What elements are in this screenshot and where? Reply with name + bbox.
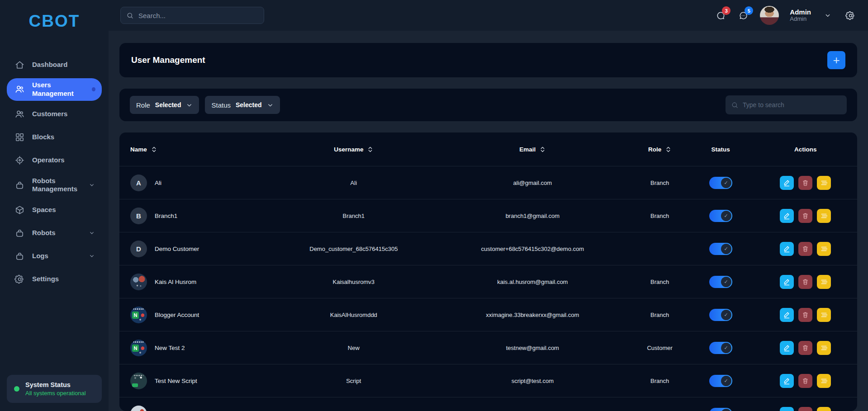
table-row: D Demo Customer Demo_customer_68c576415c… <box>119 232 857 265</box>
table-search-input[interactable] <box>743 101 841 109</box>
user-name-cell: New Test 2 <box>155 345 185 351</box>
sidebar: CBOT Dashboard Users Management Customer… <box>0 0 109 411</box>
delete-button[interactable] <box>798 374 812 388</box>
toggle-knob <box>721 376 731 386</box>
delete-button[interactable] <box>798 308 812 322</box>
list-icon <box>820 245 828 253</box>
delete-button[interactable] <box>798 407 812 411</box>
user-info: Admin Admin <box>790 8 811 23</box>
add-user-button[interactable]: + <box>827 51 845 69</box>
role-filter-dropdown[interactable]: Role Selected <box>130 96 199 114</box>
edit-button[interactable] <box>780 341 794 355</box>
edit-button[interactable] <box>780 176 794 190</box>
user-name-cell: Demo Customer <box>155 246 199 252</box>
gear-icon <box>845 10 856 21</box>
system-status-title: System Status <box>25 381 86 388</box>
sort-icon[interactable] <box>151 146 157 153</box>
app-logo[interactable]: CBOT <box>29 12 80 31</box>
column-header-role: Role <box>632 146 688 153</box>
username-cell: Kaisalhusromv3 <box>275 279 433 285</box>
table-search <box>726 95 847 114</box>
table-row: Kais Al Husrom Kaisalhusromv3 kais.al.hu… <box>119 265 857 298</box>
trash-icon <box>802 278 809 286</box>
delete-button[interactable] <box>798 209 812 223</box>
sidebar-item-operators[interactable]: Operators <box>7 151 102 170</box>
trash-icon <box>802 311 809 319</box>
toggle-knob <box>721 244 731 254</box>
delete-button[interactable] <box>798 242 812 256</box>
table-row: A Ali Ali ali@gmail.com Branch <box>119 166 857 199</box>
username-cell: Demo_customer_68c576415c305 <box>275 246 433 252</box>
list-icon <box>820 278 828 286</box>
cube-icon <box>14 204 25 215</box>
settings-button[interactable] <box>844 9 856 21</box>
toggle-knob <box>721 343 731 353</box>
user-name-cell: Branch1 <box>155 213 177 219</box>
edit-button[interactable] <box>780 407 794 411</box>
delete-button[interactable] <box>798 341 812 355</box>
menu-button[interactable] <box>817 209 831 223</box>
sidebar-item-spaces[interactable]: Spaces <box>7 200 102 219</box>
chevron-down-icon <box>88 181 95 189</box>
pencil-icon <box>783 377 791 385</box>
list-icon <box>820 344 828 352</box>
sidebar-item-logs[interactable]: Logs <box>7 246 102 265</box>
role-filter-value: Selected <box>155 101 181 109</box>
sidebar-item-robots-managements[interactable]: Robots Managements <box>7 174 102 197</box>
toggle-knob <box>721 310 731 320</box>
sidebar-item-settings[interactable]: Settings <box>7 269 102 288</box>
avatar <box>130 406 147 411</box>
status-toggle[interactable] <box>709 342 732 354</box>
menu-button[interactable] <box>817 308 831 322</box>
table-row: B Branch1 Branch1 branch1@gmail.com Bran… <box>119 199 857 232</box>
avatar <box>130 340 147 356</box>
status-toggle[interactable] <box>709 375 732 387</box>
role-filter-label: Role <box>136 101 150 109</box>
email-cell: script@test.com <box>433 378 632 384</box>
robot-icon <box>14 180 25 190</box>
sort-icon[interactable] <box>540 146 545 153</box>
status-toggle[interactable] <box>709 243 732 255</box>
page-title: User Management <box>131 55 205 65</box>
user-menu-chevron[interactable] <box>822 9 834 21</box>
menu-button[interactable] <box>817 176 831 190</box>
sort-icon[interactable] <box>665 146 671 153</box>
status-toggle[interactable] <box>709 210 732 222</box>
sort-icon[interactable] <box>367 146 373 153</box>
menu-button[interactable] <box>817 374 831 388</box>
edit-button[interactable] <box>780 374 794 388</box>
sidebar-item-robots[interactable]: Robots <box>7 223 102 242</box>
pencil-icon <box>783 344 791 352</box>
notifications-button[interactable]: 3 <box>715 9 726 21</box>
status-toggle[interactable] <box>709 276 732 288</box>
user-avatar[interactable] <box>760 6 779 25</box>
edit-button[interactable] <box>780 242 794 256</box>
pencil-icon <box>783 212 791 220</box>
users-icon <box>14 109 25 120</box>
table-row: New Test 2 New testnew@gmail.com Custome… <box>119 331 857 364</box>
messages-button[interactable]: 5 <box>737 9 749 21</box>
sidebar-item-users-management[interactable]: Users Management <box>7 78 102 101</box>
messages-badge: 5 <box>745 6 753 15</box>
username-cell: Script <box>275 378 433 384</box>
edit-button[interactable] <box>780 275 794 289</box>
main-area: 3 5 Admin Admin User Management + <box>109 0 868 411</box>
edit-button[interactable] <box>780 308 794 322</box>
delete-button[interactable] <box>798 176 812 190</box>
status-toggle[interactable] <box>709 408 732 411</box>
status-filter-dropdown[interactable]: Status Selected <box>205 96 280 114</box>
status-toggle[interactable] <box>709 309 732 321</box>
menu-button[interactable] <box>817 407 831 411</box>
edit-button[interactable] <box>780 209 794 223</box>
delete-button[interactable] <box>798 275 812 289</box>
menu-button[interactable] <box>817 242 831 256</box>
global-search-input[interactable] <box>138 12 258 19</box>
notifications-badge: 3 <box>722 6 730 15</box>
sidebar-item-dashboard[interactable]: Dashboard <box>7 55 102 74</box>
menu-button[interactable] <box>817 275 831 289</box>
sidebar-item-customers[interactable]: Customers <box>7 105 102 124</box>
menu-button[interactable] <box>817 341 831 355</box>
sidebar-item-blocks[interactable]: Blocks <box>7 128 102 147</box>
column-header-name: Name <box>119 146 275 153</box>
status-toggle[interactable] <box>709 177 732 189</box>
